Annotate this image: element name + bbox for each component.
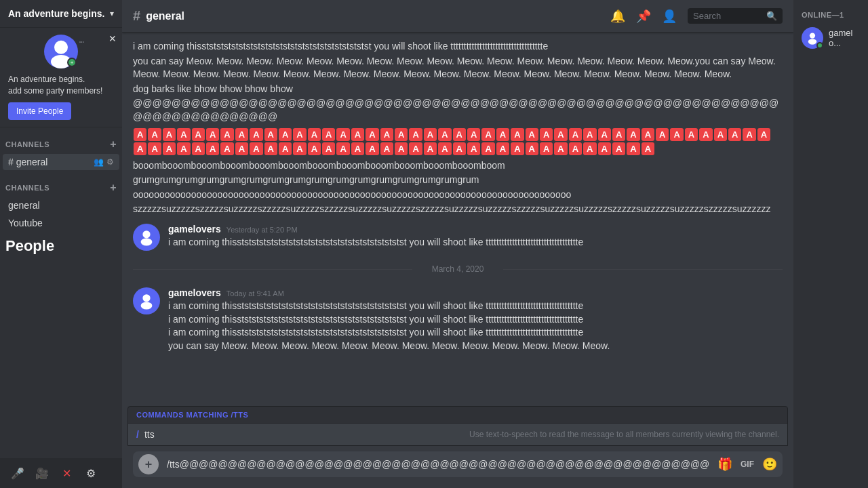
avatar-gamelovers-2 [133, 287, 160, 314]
svg-point-7 [808, 39, 816, 44]
red-letter: A [438, 142, 451, 155]
msg-text-2c: i am coming thisstststststststststststst… [168, 326, 783, 340]
input-right-icons: 🎁 GIF 🙂 [717, 457, 777, 472]
online-header: ONLINE—1 [799, 5, 863, 24]
online-user-name: gamelo... [829, 28, 860, 48]
date-divider: March 4, 2020 [133, 264, 783, 274]
msg-author-1: gamelovers [168, 224, 221, 235]
red-letter: A [308, 142, 321, 155]
red-letter: A [206, 142, 219, 155]
command-popup-prefix: COMMANDS MATCHING [136, 411, 231, 419]
bottom-close-icon[interactable]: ✕ [57, 464, 76, 483]
command-name-tts: / tts [136, 429, 155, 440]
server-header[interactable]: An adventure begins. ▾ [0, 0, 122, 28]
msg-text-1: i am coming thisstststststststststststst… [168, 236, 783, 249]
msg-author-2: gamelovers [168, 287, 221, 298]
red-letter-block: AAAAAAAAAAAAAAAAAAAAAAAAAAAAAAAAAAAAAAAA… [133, 127, 783, 156]
command-popup-highlight: /tts [231, 411, 249, 419]
system-message: oooooooooooooooooooooooooooooooooooooooo… [133, 188, 783, 203]
red-letter: A [496, 128, 509, 141]
message-block-system-1: i am coming thisstststststststststststst… [133, 38, 783, 126]
online-user-avatar [802, 27, 823, 49]
red-letter: A [685, 128, 698, 141]
red-letter: A [322, 128, 335, 141]
online-status-dot [816, 42, 823, 49]
red-letter: A [148, 128, 161, 141]
command-description: Use text-to-speech to read the message t… [469, 430, 779, 439]
red-letter: A [264, 142, 277, 155]
messages-area[interactable]: i am coming thisstststststststststststst… [122, 33, 793, 406]
left-sidebar: An adventure begins. ▾ ✕ + ··· An advent… [0, 0, 122, 488]
red-letter: A [322, 142, 335, 155]
add-voice-channel-button[interactable]: + [110, 182, 117, 194]
date-divider-label: March 4, 2020 [432, 264, 484, 274]
red-letter: A [598, 128, 611, 141]
channel-item-general-2[interactable]: general [3, 197, 119, 214]
red-letter: A [366, 128, 378, 141]
channel-header: # general 🔔 📌 👤 Search 🔍 [122, 0, 793, 33]
red-letter: A [279, 128, 292, 141]
slash-icon: / [136, 429, 139, 440]
red-letter: A [627, 142, 639, 155]
red-letter: A [642, 128, 654, 141]
video-icon[interactable]: 🎥 [33, 464, 52, 483]
voice-channels-label: CHANNELS [5, 184, 50, 192]
pin-icon[interactable]: 📌 [636, 9, 651, 24]
red-letter: A [351, 142, 364, 155]
red-letter: A [569, 128, 582, 141]
red-letter: A [250, 128, 262, 141]
add-attachment-button[interactable]: + [138, 454, 159, 474]
system-message: szzzzzsuzzzzzszzzzzsuzzzzzszzzzzsuzzzzzs… [133, 202, 783, 217]
channel-item-youtube[interactable]: Youtube [3, 215, 119, 231]
red-letter: A [163, 128, 176, 141]
red-letter: A [496, 142, 509, 155]
red-letter: A [453, 128, 466, 141]
add-channel-button[interactable]: + [110, 138, 117, 150]
channel-name-2: general [8, 200, 40, 211]
channel-item-general-1[interactable]: # general 👥 ⚙ [3, 154, 119, 170]
red-letter: A [554, 142, 567, 155]
msg-header-1: gamelovers Yesterday at 5:20 PM [168, 224, 783, 235]
gift-icon[interactable]: 🎁 [717, 457, 732, 472]
avatar-online-badge: + [67, 58, 77, 67]
red-letter: A [612, 128, 625, 141]
message-block-system-2: booombooombooombooombooombooombooombooom… [133, 157, 783, 218]
members-icon[interactable]: 👤 [662, 9, 677, 24]
emoji-button[interactable]: 🙂 [762, 457, 777, 472]
gif-button[interactable]: GIF [741, 460, 754, 469]
red-letter: A [424, 142, 437, 155]
red-letter: A [540, 142, 553, 155]
channel-settings-icon[interactable]: ⚙ [106, 157, 114, 167]
search-box[interactable]: Search 🔍 [688, 8, 783, 24]
channel-icons: 👥 ⚙ [94, 157, 114, 167]
system-message: i am coming thisstststststststststststst… [133, 39, 783, 54]
command-item-tts[interactable]: / tts Use text-to-speech to read the mes… [128, 424, 787, 445]
svg-point-4 [142, 294, 150, 302]
bell-icon[interactable]: 🔔 [610, 9, 625, 24]
svg-point-0 [54, 41, 68, 54]
invite-people-button[interactable]: Invite People [8, 102, 71, 120]
close-button[interactable]: ✕ [108, 33, 117, 44]
red-letter: A [163, 142, 176, 155]
voice-channels-section-header: CHANNELS + [0, 171, 122, 197]
channel-name: # general [8, 157, 47, 167]
user-area: ✕ + ··· An adventure begins. add some pa… [0, 28, 122, 127]
message-input[interactable] [164, 451, 712, 477]
red-letter: A [627, 128, 639, 141]
header-icons: 🔔 📌 👤 Search 🔍 [610, 8, 783, 24]
microphone-icon[interactable]: 🎤 [8, 464, 27, 483]
command-label: tts [144, 429, 155, 440]
red-letter: A [481, 128, 494, 141]
channels-label: CHANNELS [5, 140, 50, 148]
red-letter: A [526, 128, 538, 141]
command-popup: COMMANDS MATCHING /tts / tts Use text-to… [127, 406, 788, 446]
red-letter: A [250, 142, 262, 155]
online-user-item: gamelo... [799, 24, 863, 52]
invite-text: An adventure begins. add some party memb… [8, 74, 114, 97]
settings-gear-icon[interactable]: ⚙ [81, 464, 100, 483]
red-letter: A [192, 142, 205, 155]
svg-point-2 [142, 230, 150, 238]
red-letter: A [177, 142, 190, 155]
red-letter: A [743, 128, 755, 141]
msg-timestamp-1: Yesterday at 5:20 PM [226, 226, 298, 234]
